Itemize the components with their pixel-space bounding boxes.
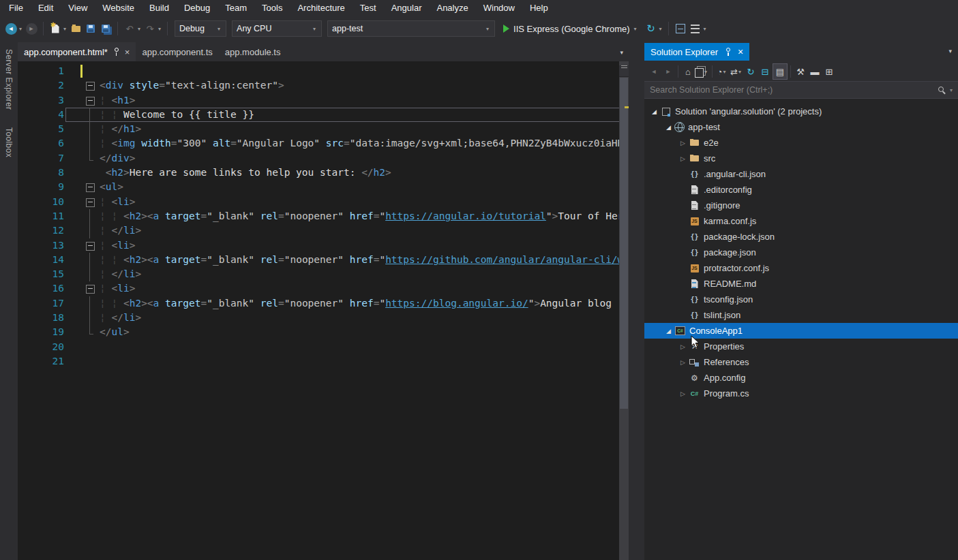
- menu-window[interactable]: Window: [476, 0, 522, 16]
- tree-item-protractor.conf.js[interactable]: protractor.conf.js: [644, 260, 958, 276]
- unload-project-icon[interactable]: ▬: [808, 64, 822, 79]
- expander-closed-icon[interactable]: ▷: [677, 359, 689, 366]
- fold-margin[interactable]: [65, 93, 100, 108]
- tree-item-readme.md[interactable]: README.md: [644, 276, 958, 292]
- editor-tab-app.module.ts[interactable]: app.module.ts: [219, 42, 287, 61]
- menu-help[interactable]: Help: [522, 0, 556, 16]
- back-icon[interactable]: ◄: [647, 64, 661, 79]
- code-line-10[interactable]: 10¦ <li>: [18, 195, 629, 209]
- search-options-caret[interactable]: ▾: [950, 87, 953, 93]
- code-line-1[interactable]: 1: [18, 64, 629, 78]
- save-all-button[interactable]: [99, 20, 113, 37]
- expander-open-icon[interactable]: ◢: [663, 124, 674, 131]
- switch-views-icon[interactable]: ▾: [695, 64, 709, 79]
- menu-build[interactable]: Build: [142, 0, 177, 16]
- fold-margin[interactable]: [65, 195, 100, 209]
- fold-margin[interactable]: [65, 78, 100, 93]
- refresh-dropdown-caret[interactable]: ▾: [659, 26, 662, 32]
- tree-item-consoleapp1[interactable]: ◢ConsoleApp1: [644, 323, 958, 339]
- code-line-4[interactable]: 4¦ ¦ Welcome to {{ title }}: [18, 108, 629, 122]
- tree-item-properties[interactable]: ▷Properties: [644, 339, 958, 354]
- fold-margin[interactable]: [65, 325, 100, 339]
- code-line-13[interactable]: 13¦ <li>: [18, 238, 629, 253]
- toolbar-options-button[interactable]: [689, 20, 702, 37]
- code-line-15[interactable]: 15¦ </li>: [18, 267, 629, 281]
- new-project-button[interactable]: ✱: [48, 20, 62, 37]
- tree-item-tslint.json[interactable]: tslint.json: [644, 307, 958, 323]
- tree-item-solution-angular.solution-2-projects-[interactable]: ◢Solution 'angular.solution' (2 projects…: [644, 104, 958, 119]
- properties-icon[interactable]: ⚒: [794, 64, 807, 79]
- menu-analyze[interactable]: Analyze: [429, 0, 475, 16]
- code-line-8[interactable]: 8 <h2>Here are some links to help you st…: [18, 166, 629, 180]
- document-list-caret[interactable]: ▾: [620, 49, 623, 56]
- tree-item-.gitignore[interactable]: .gitignore: [644, 198, 958, 213]
- fold-margin[interactable]: [65, 238, 100, 253]
- code-line-5[interactable]: 5¦ </h1>: [18, 122, 629, 136]
- editor-tab-app.component.ts[interactable]: app.component.ts: [136, 42, 218, 61]
- pending-changes-filter-icon[interactable]: ◔▾: [715, 64, 729, 79]
- redo-dropdown-caret[interactable]: ▾: [158, 26, 161, 32]
- fold-margin[interactable]: [65, 64, 100, 78]
- code-line-18[interactable]: 18¦ </li>: [18, 311, 629, 325]
- fold-margin[interactable]: [65, 311, 100, 325]
- fold-margin[interactable]: [65, 267, 100, 281]
- fold-margin[interactable]: [65, 223, 100, 238]
- save-button[interactable]: [84, 20, 98, 37]
- undo-button[interactable]: ↶: [123, 20, 136, 37]
- tree-item-.angular-cli.json[interactable]: .angular-cli.json: [644, 166, 958, 182]
- tree-item-app-test[interactable]: ◢app-test: [644, 119, 958, 135]
- refresh-browser-button[interactable]: ↻: [644, 20, 658, 37]
- code-line-9[interactable]: 9<ul>: [18, 180, 629, 194]
- tree-item-src[interactable]: ▷src: [644, 151, 958, 166]
- expander-open-icon[interactable]: ◢: [663, 328, 674, 335]
- sync-with-active-document-icon[interactable]: ⇄▾: [730, 64, 743, 79]
- search-box[interactable]: Search Solution Explorer (Ctrl+;) ▾: [644, 81, 958, 99]
- menu-team[interactable]: Team: [218, 0, 254, 16]
- code-line-6[interactable]: 6¦ <img width="300" alt="Angular Logo" s…: [18, 136, 629, 151]
- forward-icon[interactable]: ►: [661, 64, 675, 79]
- code-line-2[interactable]: 2<div style="text-align:center">: [18, 78, 629, 93]
- menu-tools[interactable]: Tools: [254, 0, 290, 16]
- menu-website[interactable]: Website: [95, 0, 142, 16]
- collapse-region-icon[interactable]: [86, 183, 95, 192]
- fold-margin[interactable]: [65, 108, 100, 122]
- collapse-region-icon[interactable]: [86, 97, 95, 106]
- split-window-handle[interactable]: [619, 65, 629, 77]
- expander-closed-icon[interactable]: ▷: [677, 140, 689, 146]
- redo-button[interactable]: ↷: [143, 20, 157, 37]
- show-all-files-icon[interactable]: ▤: [773, 63, 788, 80]
- fold-margin[interactable]: [65, 151, 100, 166]
- fold-margin[interactable]: [65, 122, 100, 136]
- solution-configuration-dropdown[interactable]: Debug▾: [175, 20, 226, 37]
- code-line-16[interactable]: 16¦ <li>: [18, 281, 629, 296]
- side-tab-server-explorer[interactable]: Server Explorer: [4, 49, 14, 110]
- tree-item-.editorconfig[interactable]: .editorconfig: [644, 182, 958, 198]
- expander-open-icon[interactable]: ◢: [648, 108, 660, 115]
- solution-platform-dropdown[interactable]: Any CPU▾: [232, 20, 322, 37]
- collapse-region-icon[interactable]: [86, 198, 95, 207]
- pin-icon[interactable]: [724, 48, 732, 56]
- menu-architecture[interactable]: Architecture: [290, 0, 352, 16]
- back-dropdown-caret[interactable]: ▾: [19, 26, 22, 32]
- undo-dropdown-caret[interactable]: ▾: [138, 26, 140, 32]
- toolbar-options-caret[interactable]: ▾: [704, 26, 706, 32]
- expander-closed-icon[interactable]: ▷: [677, 155, 689, 162]
- refresh-icon[interactable]: ↻: [744, 64, 758, 79]
- fold-margin[interactable]: [65, 136, 100, 151]
- window-position-caret[interactable]: ▾: [948, 48, 952, 55]
- editor-tab-app.component.html[interactable]: app.component.html*×: [18, 42, 136, 61]
- fold-margin[interactable]: [65, 296, 100, 311]
- tree-item-app.config[interactable]: App.config: [644, 370, 958, 386]
- navigate-forward-button[interactable]: ►: [25, 20, 38, 37]
- code-line-7[interactable]: 7</div>: [18, 151, 629, 166]
- code-line-17[interactable]: 17¦ ¦ <h2><a target="_blank" rel="noopen…: [18, 296, 629, 311]
- tree-item-e2e[interactable]: ▷e2e: [644, 135, 958, 151]
- start-debugging-button[interactable]: IIS Express (Google Chrome) ▾: [498, 20, 643, 37]
- menu-edit[interactable]: Edit: [31, 0, 61, 16]
- search-icon[interactable]: [938, 86, 946, 95]
- code-line-14[interactable]: 14¦ ¦ <h2><a target="_blank" rel="noopen…: [18, 253, 629, 267]
- collapse-region-icon[interactable]: [86, 285, 95, 294]
- code-line-21[interactable]: 21: [18, 354, 629, 369]
- tree-item-package.json[interactable]: package.json: [644, 245, 958, 260]
- code-line-3[interactable]: 3¦ <h1>: [18, 93, 629, 108]
